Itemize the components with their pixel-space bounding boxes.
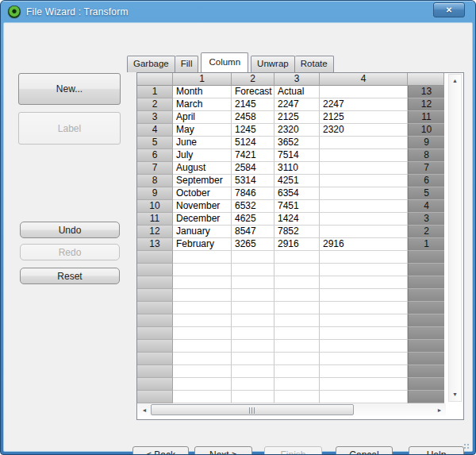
table-cell[interactable]: [173, 251, 232, 264]
table-cell[interactable]: [274, 327, 320, 340]
row-header[interactable]: [137, 251, 173, 264]
table-cell[interactable]: 2916: [274, 238, 320, 251]
row-header[interactable]: [137, 340, 173, 353]
column-header[interactable]: 4: [320, 73, 408, 86]
table-cell[interactable]: [320, 175, 408, 187]
table-cell[interactable]: [232, 264, 274, 276]
row-header[interactable]: [137, 391, 173, 403]
horizontal-scrollbar[interactable]: ◄ ►: [138, 403, 446, 416]
back-button[interactable]: < Back: [132, 446, 189, 455]
table-cell[interactable]: [320, 327, 408, 340]
table-cell[interactable]: [320, 365, 408, 378]
row-header[interactable]: 9: [137, 187, 173, 200]
row-header[interactable]: [137, 314, 173, 327]
table-cell[interactable]: [274, 378, 320, 391]
row-header[interactable]: [137, 302, 173, 314]
table-cell[interactable]: [320, 340, 408, 353]
table-cell[interactable]: December: [173, 213, 232, 226]
table-cell[interactable]: November: [173, 200, 232, 213]
table-cell[interactable]: 2125: [320, 111, 408, 124]
table-cell[interactable]: [274, 365, 320, 378]
column-header[interactable]: 2: [232, 73, 274, 86]
table-cell[interactable]: [320, 353, 408, 365]
label-button[interactable]: Label: [18, 112, 121, 145]
table-cell[interactable]: [320, 391, 408, 403]
title-bar[interactable]: File Wizard : Transform: [1, 1, 475, 23]
table-cell[interactable]: [320, 162, 408, 175]
table-cell[interactable]: 7451: [274, 200, 320, 213]
table-cell[interactable]: [320, 314, 408, 327]
table-cell[interactable]: [173, 314, 232, 327]
table-cell[interactable]: [173, 353, 232, 365]
row-header[interactable]: 8: [137, 175, 173, 187]
table-cell[interactable]: May: [173, 124, 232, 137]
horizontal-scroll-track[interactable]: [151, 404, 433, 415]
next-button[interactable]: Next >: [194, 446, 252, 455]
table-cell[interactable]: [173, 327, 232, 340]
table-cell[interactable]: [274, 302, 320, 314]
scroll-down-icon[interactable]: ▼: [449, 388, 461, 401]
table-cell[interactable]: 4625: [232, 213, 274, 226]
table-cell[interactable]: [274, 314, 320, 327]
row-header[interactable]: 6: [137, 149, 173, 162]
table-cell[interactable]: [232, 289, 274, 302]
table-cell[interactable]: [274, 340, 320, 353]
table-cell[interactable]: October: [173, 187, 232, 200]
table-cell[interactable]: [232, 302, 274, 314]
table-cell[interactable]: [274, 289, 320, 302]
row-header[interactable]: 7: [137, 162, 173, 175]
table-cell[interactable]: July: [173, 149, 232, 162]
corner-header-cell[interactable]: [137, 73, 173, 86]
scroll-right-icon[interactable]: ►: [433, 404, 446, 416]
new-button[interactable]: New...: [18, 73, 121, 105]
table-cell[interactable]: [274, 264, 320, 276]
table-cell[interactable]: 2125: [274, 111, 320, 124]
row-header[interactable]: [137, 264, 173, 276]
table-cell[interactable]: [320, 137, 408, 149]
scroll-up-icon[interactable]: ▲: [449, 75, 461, 87]
table-cell[interactable]: [173, 365, 232, 378]
help-button[interactable]: Help: [409, 446, 464, 455]
scroll-left-icon[interactable]: ◄: [138, 404, 151, 416]
table-cell[interactable]: 4251: [274, 175, 320, 187]
table-cell[interactable]: [232, 365, 274, 378]
table-cell[interactable]: 2320: [320, 124, 408, 137]
table-cell[interactable]: Forecast: [232, 86, 274, 98]
table-cell[interactable]: [173, 340, 232, 353]
close-button[interactable]: ✕: [433, 2, 465, 17]
table-cell[interactable]: February: [173, 238, 232, 251]
row-header[interactable]: [137, 289, 173, 302]
redo-button[interactable]: Redo: [20, 244, 120, 260]
table-cell[interactable]: 7421: [232, 149, 274, 162]
table-cell[interactable]: [232, 391, 274, 403]
row-header[interactable]: [137, 276, 173, 289]
table-cell[interactable]: 2916: [320, 238, 408, 251]
row-header[interactable]: [137, 365, 173, 378]
table-cell[interactable]: [232, 314, 274, 327]
table-cell[interactable]: [274, 251, 320, 264]
table-cell[interactable]: [320, 226, 408, 238]
table-cell[interactable]: [320, 86, 408, 98]
table-cell[interactable]: [232, 378, 274, 391]
table-cell[interactable]: 2247: [320, 98, 408, 111]
table-cell[interactable]: [320, 200, 408, 213]
table-cell[interactable]: 7514: [274, 149, 320, 162]
row-header[interactable]: [137, 327, 173, 340]
table-cell[interactable]: [232, 251, 274, 264]
table-cell[interactable]: 2145: [232, 98, 274, 111]
row-header[interactable]: 12: [137, 226, 173, 238]
finish-button[interactable]: Finish: [264, 446, 322, 455]
table-cell[interactable]: [320, 378, 408, 391]
row-header[interactable]: 10: [137, 200, 173, 213]
tab-unwrap[interactable]: Unwrap: [251, 56, 295, 72]
table-cell[interactable]: 5124: [232, 137, 274, 149]
horizontal-scroll-thumb[interactable]: [151, 404, 354, 415]
table-cell[interactable]: [232, 327, 274, 340]
table-cell[interactable]: 2247: [274, 98, 320, 111]
table-cell[interactable]: [232, 353, 274, 365]
row-header[interactable]: 3: [137, 111, 173, 124]
row-header[interactable]: 11: [137, 213, 173, 226]
table-cell[interactable]: 2320: [274, 124, 320, 137]
row-header[interactable]: 5: [137, 137, 173, 149]
table-cell[interactable]: 7852: [274, 226, 320, 238]
